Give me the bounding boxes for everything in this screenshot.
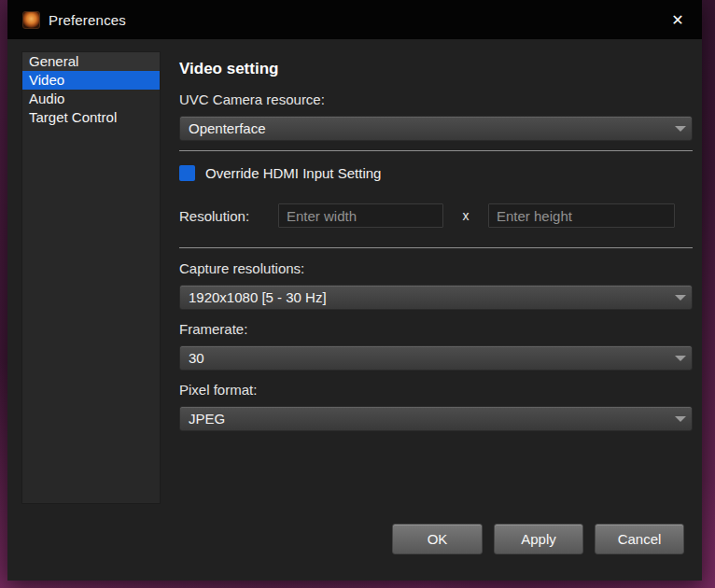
video-settings-panel: Video setting UVC Camera resource: Opent… [179, 39, 693, 581]
height-field[interactable] [488, 203, 675, 228]
framerate-select[interactable]: 30 [179, 345, 693, 371]
dialog-body: General Video Audio Target Control Video… [7, 39, 702, 581]
uvc-camera-select[interactable]: Openterface [179, 116, 693, 141]
chevron-down-icon [669, 117, 692, 140]
chevron-down-icon [669, 286, 692, 309]
apply-button[interactable]: Apply [494, 524, 583, 554]
page-title: Video setting [179, 60, 693, 78]
sidebar-item-general[interactable]: General [22, 52, 160, 71]
framerate-value: 30 [180, 350, 669, 366]
chevron-down-icon [669, 346, 692, 370]
pixel-format-value: JPEG [180, 411, 669, 427]
pixel-format-select[interactable]: JPEG [179, 406, 693, 431]
override-hdmi-checkbox[interactable] [179, 165, 195, 181]
resolution-label: Resolution: [179, 208, 278, 224]
uvc-camera-label: UVC Camera resource: [179, 91, 693, 107]
ok-button[interactable]: OK [392, 524, 483, 554]
capture-resolutions-value: 1920x1080 [5 - 30 Hz] [180, 289, 669, 305]
resolution-row: Resolution: x [179, 203, 693, 228]
uvc-camera-value: Openterface [180, 120, 669, 136]
sidebar-item-target-control[interactable]: Target Control [22, 108, 160, 127]
override-hdmi-label: Override HDMI Input Setting [205, 165, 381, 181]
app-logo-icon [22, 11, 40, 29]
cancel-button[interactable]: Cancel [595, 524, 684, 554]
close-icon[interactable]: ✕ [659, 0, 696, 39]
section-divider [179, 247, 693, 248]
window-title: Preferences [49, 12, 126, 28]
pixel-format-label: Pixel format: [179, 382, 693, 398]
preferences-window: Preferences ✕ General Video Audio Target… [7, 0, 702, 581]
chevron-down-icon [669, 407, 692, 430]
resolution-separator: x [443, 208, 488, 223]
capture-resolutions-select[interactable]: 1920x1080 [5 - 30 Hz] [179, 285, 693, 310]
capture-resolutions-label: Capture resolutions: [179, 260, 693, 276]
settings-category-list: General Video Audio Target Control [21, 51, 161, 504]
override-hdmi-row: Override HDMI Input Setting [179, 165, 693, 181]
framerate-label: Framerate: [179, 321, 693, 337]
sidebar-item-audio[interactable]: Audio [22, 90, 160, 108]
section-divider [179, 150, 693, 151]
width-field[interactable] [278, 203, 443, 228]
title-bar: Preferences ✕ [7, 0, 702, 39]
sidebar-item-video[interactable]: Video [22, 71, 160, 90]
